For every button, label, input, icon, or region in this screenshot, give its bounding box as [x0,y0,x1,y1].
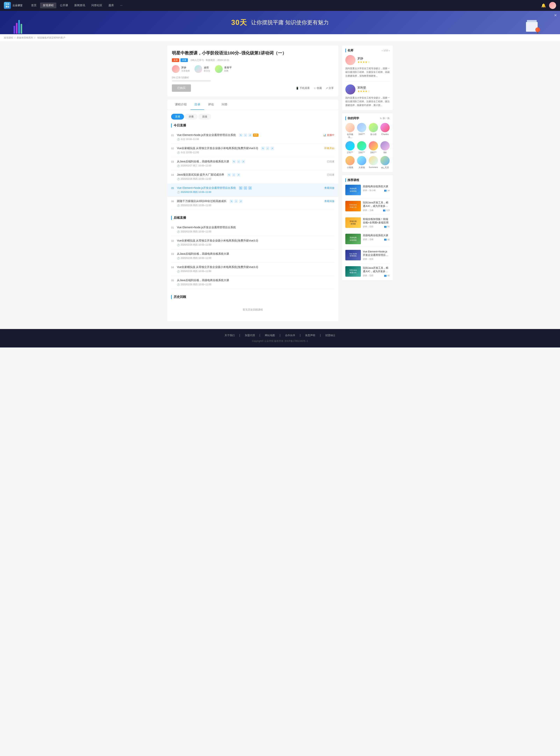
tab-catalog[interactable]: 目录 [191,100,204,110]
rec-item[interactable]: 高级电商全线系统 高级电商全线系统大课 讲师：张小锋 👥34 [345,185,390,198]
share-icon[interactable]: ↗ [241,160,245,163]
banner-decoration-left [12,18,23,34]
teacher-card-section: 名师 ‹ 1/10 › 罗静 ★★★★☆ 国内某重点大学安全工程专业硕士，国家一… [342,45,393,110]
edit-icon[interactable]: ✎ [232,160,236,163]
breadcrumb-discover[interactable]: 发现课程 [4,36,13,39]
lesson-info: Vue全家桶实战 从零独立开发企业级小米电商系统(免费升级Vue3.0) 🕐20… [177,239,335,246]
footer-link-disclaimer[interactable]: 免责声明 [305,334,315,337]
collect-button[interactable]: ☆ 收藏 [314,86,322,90]
teacher-avatar-1 [172,65,180,73]
user-avatar[interactable] [549,2,556,9]
tab-qa[interactable]: 问答 [218,100,232,110]
clock-icon: 🕐 [177,178,180,180]
lesson-number: 04 [171,173,177,176]
nav-home[interactable]: 首页 [28,2,39,8]
classmate-item[interactable]: Summers [369,156,378,169]
subtab-interview[interactable]: 面接 [198,114,211,120]
bookmark-icon[interactable]: ☆ [244,186,247,190]
rec-item[interactable]: 前端全栈加强版 前端全栈加强版！前端全栈+全周期+多端应用 讲师：岱田 👥56 [345,217,390,231]
share-icon[interactable]: ↗ [237,173,240,177]
lesson-status[interactable]: 查看回放 [320,186,335,190]
status-replay[interactable]: 查看回放 [324,200,335,203]
subtab-live[interactable]: 直播 [171,114,184,120]
rec-item[interactable]: 高级电商全线系统 高级电商全线系统大课 讲师：冷峰 👥46 [345,234,390,247]
subtab-record[interactable]: 录播 [185,114,198,120]
classmate-item[interactable]: Bill [380,141,390,154]
nav-qa[interactable]: 问答社区 [89,2,105,8]
rec-title: 玩转Java开发工具，精通JUC，成为开发多面手 [363,266,390,273]
lesson-icons: ✎ ☆ ↗ [239,186,252,190]
lesson-status[interactable]: 查看回放 [320,199,335,203]
teachers-list: 罗静 主讲老师 凌荷 班主任 青青平 助教 [172,65,334,73]
banner-decoration-right [525,18,541,34]
bookmark-icon[interactable]: ☆ [237,160,240,163]
edit-icon[interactable]: ✎ [227,173,231,177]
clock-icon: 🕐 [177,204,180,207]
classmate-item[interactable]: 1867** [369,141,378,154]
bookmark-icon[interactable]: ☆ [234,199,238,203]
share-icon[interactable]: ↗ [239,199,242,203]
nav-more[interactable]: ··· [117,2,125,8]
share-label: 分享 [328,86,334,90]
classmate-item[interactable]: Charles [380,123,390,139]
bookmark-icon[interactable]: ☆ [244,133,247,137]
teacher-prev-btn[interactable]: ‹ [382,49,383,52]
edit-icon[interactable]: ✎ [239,186,242,190]
classmate-item[interactable]: 1567** [357,123,366,139]
status-replay[interactable]: 查看回放 [324,186,335,190]
footer-link-about[interactable]: 关于我们 [225,334,235,337]
banner: 30天 让你摆脱平庸 知识使你更有魅力 ✕ [0,11,560,34]
sidebar: 名师 ‹ 1/10 › 罗静 ★★★★☆ 国内某重点大学安全工程专业硕士，国家一… [342,45,393,321]
footer-link-recruit[interactable]: 招贤纳士 [325,334,335,337]
lesson-info: 从Java后端到全栈，高级电商全栈系统大课 🕐2020/02/26 周四 10:… [177,279,335,286]
nav-news[interactable]: 新闻资讯 [72,2,88,8]
classmate-item[interactable]: 1567** [357,141,366,154]
bookmark-icon[interactable]: ☆ [266,146,269,150]
edit-icon[interactable]: ✎ [261,146,265,150]
classmate-item[interactable]: 小熊熊 [345,156,355,169]
share-icon[interactable]: ↗ [248,133,252,137]
teacher-item-3: 青青平 助教 [215,65,232,73]
nav-discover[interactable]: 发现课程 [40,2,56,8]
nav-questions[interactable]: 题库 [106,2,117,8]
switch-classmates-btn[interactable]: ↻ 换一换 [380,117,390,120]
mobile-watch-button[interactable]: 📱 手机观看 [296,86,310,90]
rec-item[interactable]: 玩转Java开发工具 玩转Java开发工具，精通JUC，成为开发多面手 讲师：王… [345,201,390,215]
classmate-item[interactable]: 1767** [345,141,355,154]
classmate-item[interactable]: 张小田 [369,123,378,139]
rec-item[interactable]: 玩转Java精通JUC 玩转Java开发工具，精通JUC，成为开发多面手 讲师：… [345,266,390,277]
edit-icon[interactable]: ✎ [229,199,233,203]
footer-link-agent[interactable]: 加盟代理 [245,334,255,337]
logo[interactable]: 云朵课堂 云朵课堂 [4,2,23,9]
teacher-next-btn[interactable]: › [389,49,390,52]
rec-thumb: Vue Node管理系统 [345,250,361,260]
classmate-item[interactable]: qq_天涯 [380,156,390,169]
tab-review[interactable]: 评论 [204,100,218,110]
teacher-nav: ‹ 1/10 › [382,49,390,52]
classmate-item[interactable]: 大笨狼 [357,156,366,169]
breadcrumb-sep1: / [15,36,16,39]
edit-icon[interactable]: ✎ [239,133,242,137]
classmate-item[interactable]: 化学教书... [345,123,355,139]
classmate-avatar [369,141,378,151]
share-button[interactable]: ↗ 分享 [326,86,334,90]
footer: 关于我们 | 加盟代理 | 网站地图 | 合作伙伴 | 免责声明 | 招贤纳士 … [0,329,560,347]
share-icon[interactable]: ↗ [271,146,274,150]
breadcrumb-series[interactable]: 新媒体营销系列 [17,36,33,39]
footer-link-sitemap[interactable]: 网站地图 [265,334,275,337]
nav-open[interactable]: 公开课 [57,2,71,8]
lesson-number: 05 [171,279,177,282]
classmate-name: 大笨狼 [359,166,365,169]
bookmark-icon[interactable]: ☆ [232,173,236,177]
progress-label: 0% 已学习0课时 [172,76,334,79]
classmate-avatar [357,123,366,132]
rec-item[interactable]: Vue Node管理系统 Vue Element+Node.js开发企业通用管理… [345,250,390,263]
rec-title: 高级电商全线系统大课 [363,185,390,188]
tab-intro[interactable]: 课程介绍 [171,100,191,110]
footer-link-partner[interactable]: 合作伙伴 [285,334,295,337]
bought-button[interactable]: 已购买 [172,84,191,92]
notification-bell[interactable]: 🔔 [541,3,546,8]
course-header-card: 明星中教授课，小学阶段语法100分–强化级第1讲动词（一） 直播 录播 246人… [167,45,338,96]
share-icon[interactable]: ↗ [248,186,252,190]
banner-close[interactable]: ✕ [554,13,557,18]
